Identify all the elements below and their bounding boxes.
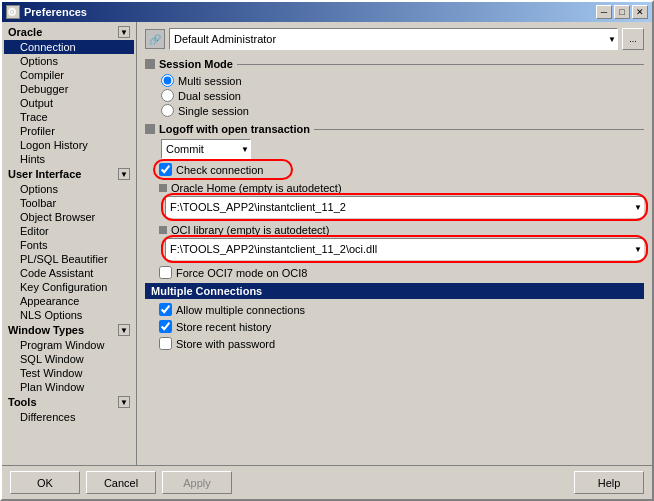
sidebar-item-plan-window[interactable]: Plan Window <box>4 380 134 394</box>
sidebar-item-object-browser[interactable]: Object Browser <box>4 210 134 224</box>
multi-session-radio[interactable] <box>161 74 174 87</box>
sidebar-item-hints[interactable]: Hints <box>4 152 134 166</box>
oracle-home-label: Oracle Home (empty is autodetect) <box>171 182 342 194</box>
oracle-home-label-row: Oracle Home (empty is autodetect) <box>159 182 644 194</box>
store-password-row: Store with password <box>159 337 644 350</box>
sidebar-item-nls-options[interactable]: NLS Options <box>4 308 134 322</box>
oracle-home-dropdown-row: F:\TOOLS_APP2\instantclient_11_2 <box>165 196 644 218</box>
sidebar-item-sql-window[interactable]: SQL Window <box>4 352 134 366</box>
tools-section-label: Tools <box>8 396 37 408</box>
sidebar-item-appearance[interactable]: Appearance <box>4 294 134 308</box>
allow-multiple-row: Allow multiple connections <box>159 303 644 316</box>
radio-single-session: Single session <box>161 104 644 117</box>
sidebar-section-ui[interactable]: User Interface ▼ <box>4 166 134 182</box>
allow-multiple-label: Allow multiple connections <box>176 304 305 316</box>
administrator-dropdown[interactable]: Default Administrator <box>169 28 618 50</box>
oracle-arrow-icon: ▼ <box>118 26 130 38</box>
sidebar-item-editor[interactable]: Editor <box>4 224 134 238</box>
sidebar-item-test-window[interactable]: Test Window <box>4 366 134 380</box>
content-area: 🔗 Default Administrator ... Session Mode… <box>137 22 652 465</box>
single-session-label: Single session <box>178 105 249 117</box>
oci-library-label-row: OCI library (empty is autodetect) <box>159 224 644 236</box>
oci-library-dropdown[interactable]: F:\TOOLS_APP2\instantclient_11_2\oci.dll <box>165 238 644 260</box>
maximize-button[interactable]: □ <box>614 5 630 19</box>
sidebar-item-connection[interactable]: Connection <box>4 40 134 54</box>
force-oci-label: Force OCI7 mode on OCI8 <box>176 267 307 279</box>
section-square-icon <box>145 59 155 69</box>
logoff-title: Logoff with open transaction <box>159 123 310 135</box>
sidebar-item-compiler[interactable]: Compiler <box>4 68 134 82</box>
oci-library-label: OCI library (empty is autodetect) <box>171 224 329 236</box>
store-password-checkbox[interactable] <box>159 337 172 350</box>
logoff-line <box>314 129 644 130</box>
connection-icon: 🔗 <box>145 29 165 49</box>
sidebar-item-program-window[interactable]: Program Window <box>4 338 134 352</box>
store-recent-checkbox[interactable] <box>159 320 172 333</box>
sidebar-item-key-config[interactable]: Key Configuration <box>4 280 134 294</box>
session-mode-options: Multi session Dual session Single sessio… <box>161 74 644 117</box>
sidebar-section-tools[interactable]: Tools ▼ <box>4 394 134 410</box>
store-recent-row: Store recent history <box>159 320 644 333</box>
force-oci-checkbox[interactable] <box>159 266 172 279</box>
sidebar-item-plsql-beautifier[interactable]: PL/SQL Beautifier <box>4 252 134 266</box>
check-connection-checkbox[interactable] <box>159 163 172 176</box>
title-bar: ⚙ Preferences ─ □ ✕ <box>2 2 652 22</box>
force-oci-row: Force OCI7 mode on OCI8 <box>159 266 644 279</box>
sidebar-item-trace[interactable]: Trace <box>4 110 134 124</box>
sidebar-item-profiler[interactable]: Profiler <box>4 124 134 138</box>
ui-arrow-icon: ▼ <box>118 168 130 180</box>
wt-arrow-icon: ▼ <box>118 324 130 336</box>
multiple-connections-title: Multiple Connections <box>151 285 262 297</box>
window-title: Preferences <box>24 6 87 18</box>
section-line <box>237 64 644 65</box>
sidebar-item-logon-history[interactable]: Logon History <box>4 138 134 152</box>
dual-session-radio[interactable] <box>161 89 174 102</box>
bottom-bar: OK Cancel Apply Help <box>2 465 652 499</box>
dots-button[interactable]: ... <box>622 28 644 50</box>
oci-library-square-icon <box>159 226 167 234</box>
logoff-dropdown[interactable]: Commit Rollback Ask <box>161 139 251 159</box>
ok-button[interactable]: OK <box>10 471 80 494</box>
sidebar-section-wt[interactable]: Window Types ▼ <box>4 322 134 338</box>
check-connection-label: Check connection <box>176 164 263 176</box>
oracle-section-label: Oracle <box>8 26 42 38</box>
logoff-dropdown-row: Commit Rollback Ask <box>161 139 644 159</box>
title-bar-buttons: ─ □ ✕ <box>596 5 648 19</box>
minimize-button[interactable]: ─ <box>596 5 612 19</box>
sidebar-item-ui-options[interactable]: Options <box>4 182 134 196</box>
allow-multiple-checkbox[interactable] <box>159 303 172 316</box>
radio-multi-session: Multi session <box>161 74 644 87</box>
window-icon: ⚙ <box>6 5 20 19</box>
sidebar-item-code-assistant[interactable]: Code Assistant <box>4 266 134 280</box>
sidebar-item-debugger[interactable]: Debugger <box>4 82 134 96</box>
single-session-radio[interactable] <box>161 104 174 117</box>
help-button[interactable]: Help <box>574 471 644 494</box>
sidebar-item-options[interactable]: Options <box>4 54 134 68</box>
apply-button[interactable]: Apply <box>162 471 232 494</box>
sidebar-item-toolbar[interactable]: Toolbar <box>4 196 134 210</box>
close-button[interactable]: ✕ <box>632 5 648 19</box>
bottom-left-buttons: OK Cancel Apply <box>10 471 232 494</box>
sidebar: Oracle ▼ Connection Options Compiler Deb… <box>2 22 137 465</box>
tools-arrow-icon: ▼ <box>118 396 130 408</box>
cancel-button[interactable]: Cancel <box>86 471 156 494</box>
oci-library-dropdown-row: F:\TOOLS_APP2\instantclient_11_2\oci.dll <box>165 238 644 260</box>
multiple-connections-header: Multiple Connections <box>145 283 644 299</box>
oracle-home-group: Oracle Home (empty is autodetect) F:\TOO… <box>145 182 644 218</box>
oracle-home-dropdown[interactable]: F:\TOOLS_APP2\instantclient_11_2 <box>165 196 644 218</box>
oracle-home-square-icon <box>159 184 167 192</box>
sidebar-item-differences[interactable]: Differences <box>4 410 134 424</box>
sidebar-item-output[interactable]: Output <box>4 96 134 110</box>
main-layout: Oracle ▼ Connection Options Compiler Deb… <box>2 22 652 465</box>
preferences-window: ⚙ Preferences ─ □ ✕ Oracle ▼ Connection … <box>0 0 654 501</box>
top-bar: 🔗 Default Administrator ... <box>145 28 644 50</box>
oci-library-group: OCI library (empty is autodetect) F:\TOO… <box>145 224 644 260</box>
store-recent-label: Store recent history <box>176 321 271 333</box>
check-connection-row: Check connection <box>159 163 263 176</box>
sidebar-item-fonts[interactable]: Fonts <box>4 238 134 252</box>
logoff-square-icon <box>145 124 155 134</box>
logoff-header: Logoff with open transaction <box>145 123 644 135</box>
sidebar-section-oracle[interactable]: Oracle ▼ <box>4 24 134 40</box>
wt-section-label: Window Types <box>8 324 84 336</box>
ui-section-label: User Interface <box>8 168 81 180</box>
